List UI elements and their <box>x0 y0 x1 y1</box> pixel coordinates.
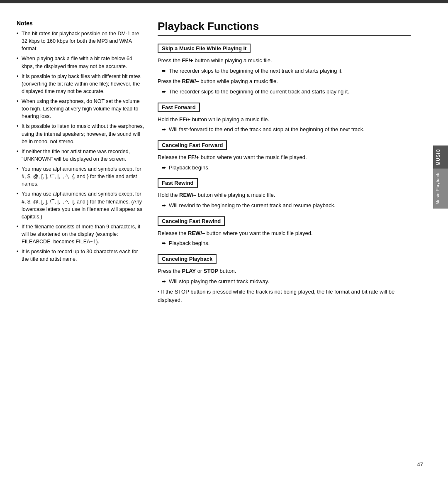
note-item-5: It is possible to listen to music withou… <box>17 122 145 145</box>
side-tab-playback-label: Music Playback <box>433 169 448 208</box>
cancel-rew-text-1: Release the REW/– button where you want … <box>158 229 411 238</box>
note-item-1: The bit rates for playback possible on t… <box>17 30 145 52</box>
section-heading-cancel-playback: Canceling Playback <box>158 254 217 264</box>
section-skip: Skip a Music File While Playing It Press… <box>158 44 411 96</box>
skip-bullet-2: ➨ The recorder skips to the beginning of… <box>162 88 411 96</box>
note-item-3: It is possible to play back files with d… <box>17 73 145 95</box>
section-fast-rewind: Fast Rewind Hold the REW/– button while … <box>158 178 411 209</box>
cancel-pb-text-1: Press the PLAY or STOP button. <box>158 267 411 275</box>
arrow-icon-3: ➨ <box>162 126 166 132</box>
side-tab-music-label: MUSIC <box>433 145 448 169</box>
section-fast-forward: Fast Forward Hold the FF/+ button while … <box>158 103 411 134</box>
skip-bullet-text-1: The recorder skips to the beginning of t… <box>169 67 343 75</box>
cancel-pb-bullet-1: ➨ Will stop playing the current track mi… <box>162 278 411 286</box>
section-heading-skip: Skip a Music File While Playing It <box>158 44 251 53</box>
cancel-ff-bullet-1: ➨ Playback begins. <box>162 164 411 172</box>
arrow-icon-1: ➨ <box>162 68 166 74</box>
rew-text-1: Hold the REW/– button while playing a mu… <box>158 191 411 199</box>
cancel-rew-bullet-text-1: Playback begins. <box>169 240 209 247</box>
note-item-4: When using the earphones, do NOT set the… <box>17 98 145 120</box>
skip-bullet-text-2: The recorder skips to the beginning of t… <box>169 88 349 96</box>
cancel-rew-bullet-1: ➨ Playback begins. <box>162 240 411 247</box>
section-cancel-ff: Canceling Fast Forward Release the FF/+ … <box>158 140 411 171</box>
arrow-icon-2: ➨ <box>162 88 166 95</box>
skip-bullet-1: ➨ The recorder skips to the beginning of… <box>162 67 411 75</box>
note-item-10: It is possible to record up to 30 charac… <box>17 248 145 263</box>
section-heading-cancel-rew: Canceling Fast Rewind <box>158 216 225 226</box>
section-cancel-playback: Canceling Playback Press the PLAY or STO… <box>158 254 411 304</box>
ff-bullet-text-1: Will fast-forward to the end of the trac… <box>169 126 365 134</box>
skip-text-1: Press the FF/+ button while playing a mu… <box>158 56 411 65</box>
section-cancel-rew: Canceling Fast Rewind Release the REW/– … <box>158 216 411 247</box>
page: Notes The bit rates for playback possibl… <box>0 0 448 480</box>
cancel-pb-bullet-text-1: Will stop playing the current track midw… <box>169 278 269 286</box>
notes-heading: Notes <box>17 20 145 27</box>
page-number: 47 <box>417 461 423 468</box>
arrow-icon-7: ➨ <box>162 278 166 284</box>
title-underline <box>158 35 411 36</box>
ff-text-1: Hold the FF/+ button while playing a mus… <box>158 115 411 124</box>
top-bar <box>0 0 448 3</box>
arrow-icon-6: ➨ <box>162 240 166 246</box>
side-tab: MUSIC Music Playback <box>433 145 448 209</box>
notes-list: The bit rates for playback possible on t… <box>17 30 145 263</box>
note-item-2: When playing back a file with a bit rate… <box>17 55 145 70</box>
left-column: Notes The bit rates for playback possibl… <box>17 20 145 311</box>
section-heading-cancel-ff: Canceling Fast Forward <box>158 140 227 150</box>
note-item-6: If neither the title nor artist name was… <box>17 148 145 163</box>
note-item-7: You may use alphanumerics and symbols ex… <box>17 165 145 188</box>
section-heading-fast-rewind: Fast Rewind <box>158 178 198 188</box>
cancel-pb-text-2: • If the STOP button is pressed while th… <box>158 288 411 304</box>
page-title: Playback Functions <box>158 20 411 33</box>
arrow-icon-4: ➨ <box>162 164 166 171</box>
right-column: Playback Functions Skip a Music File Whi… <box>158 20 436 311</box>
rew-bullet-1: ➨ Will rewind to the beginning to the cu… <box>162 202 411 210</box>
cancel-ff-bullet-text-1: Playback begins. <box>169 164 209 172</box>
skip-text-2: Press the REW/– button while playing a m… <box>158 77 411 86</box>
cancel-ff-text-1: Release the FF/+ button where you want t… <box>158 153 411 162</box>
ff-bullet-1: ➨ Will fast-forward to the end of the tr… <box>162 126 411 134</box>
rew-bullet-text-1: Will rewind to the beginning to the curr… <box>169 202 336 210</box>
arrow-icon-5: ➨ <box>162 202 166 208</box>
note-item-9: If the filename consists of more than 9 … <box>17 223 145 245</box>
section-heading-fast-forward: Fast Forward <box>158 103 200 112</box>
note-item-8: You may use alphanumerics and symbols ex… <box>17 190 145 220</box>
